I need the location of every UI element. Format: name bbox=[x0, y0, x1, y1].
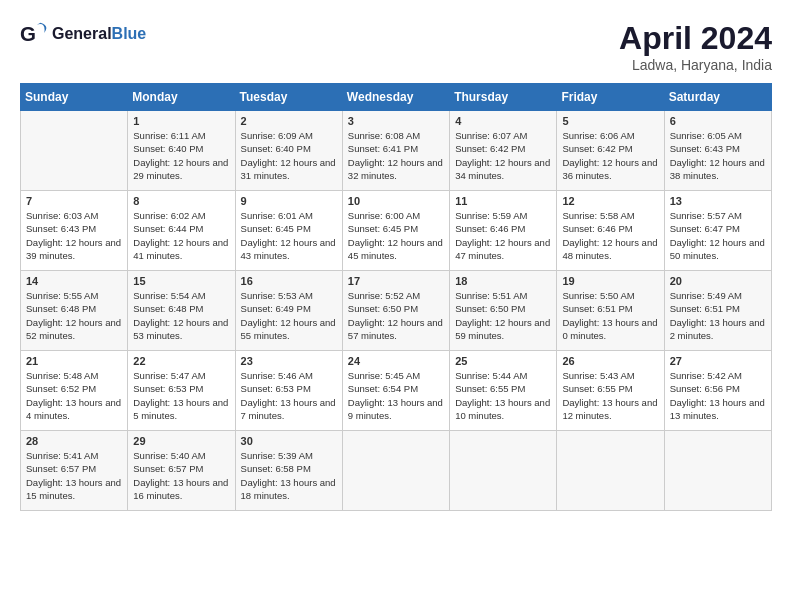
day-info: Sunrise: 5:48 AMSunset: 6:52 PMDaylight:… bbox=[26, 369, 122, 422]
calendar-table: SundayMondayTuesdayWednesdayThursdayFrid… bbox=[20, 83, 772, 511]
day-info: Sunrise: 5:49 AMSunset: 6:51 PMDaylight:… bbox=[670, 289, 766, 342]
calendar-cell bbox=[664, 431, 771, 511]
title-block: April 2024 Ladwa, Haryana, India bbox=[619, 20, 772, 73]
calendar-cell: 26Sunrise: 5:43 AMSunset: 6:55 PMDayligh… bbox=[557, 351, 664, 431]
calendar-cell: 10Sunrise: 6:00 AMSunset: 6:45 PMDayligh… bbox=[342, 191, 449, 271]
day-number: 25 bbox=[455, 355, 551, 367]
day-info: Sunrise: 6:03 AMSunset: 6:43 PMDaylight:… bbox=[26, 209, 122, 262]
header-monday: Monday bbox=[128, 84, 235, 111]
day-info: Sunrise: 5:51 AMSunset: 6:50 PMDaylight:… bbox=[455, 289, 551, 342]
day-number: 8 bbox=[133, 195, 229, 207]
day-number: 13 bbox=[670, 195, 766, 207]
calendar-cell: 8Sunrise: 6:02 AMSunset: 6:44 PMDaylight… bbox=[128, 191, 235, 271]
calendar-cell: 28Sunrise: 5:41 AMSunset: 6:57 PMDayligh… bbox=[21, 431, 128, 511]
header-tuesday: Tuesday bbox=[235, 84, 342, 111]
calendar-cell: 2Sunrise: 6:09 AMSunset: 6:40 PMDaylight… bbox=[235, 111, 342, 191]
day-info: Sunrise: 5:39 AMSunset: 6:58 PMDaylight:… bbox=[241, 449, 337, 502]
day-info: Sunrise: 5:54 AMSunset: 6:48 PMDaylight:… bbox=[133, 289, 229, 342]
day-info: Sunrise: 5:50 AMSunset: 6:51 PMDaylight:… bbox=[562, 289, 658, 342]
day-number: 21 bbox=[26, 355, 122, 367]
day-number: 27 bbox=[670, 355, 766, 367]
day-number: 9 bbox=[241, 195, 337, 207]
header-thursday: Thursday bbox=[450, 84, 557, 111]
day-number: 15 bbox=[133, 275, 229, 287]
day-number: 29 bbox=[133, 435, 229, 447]
day-number: 16 bbox=[241, 275, 337, 287]
logo-blue: Blue bbox=[112, 25, 147, 42]
calendar-cell: 6Sunrise: 6:05 AMSunset: 6:43 PMDaylight… bbox=[664, 111, 771, 191]
day-info: Sunrise: 5:43 AMSunset: 6:55 PMDaylight:… bbox=[562, 369, 658, 422]
day-number: 26 bbox=[562, 355, 658, 367]
day-number: 12 bbox=[562, 195, 658, 207]
day-info: Sunrise: 5:58 AMSunset: 6:46 PMDaylight:… bbox=[562, 209, 658, 262]
calendar-cell: 24Sunrise: 5:45 AMSunset: 6:54 PMDayligh… bbox=[342, 351, 449, 431]
day-number: 30 bbox=[241, 435, 337, 447]
day-info: Sunrise: 5:53 AMSunset: 6:49 PMDaylight:… bbox=[241, 289, 337, 342]
calendar-cell: 20Sunrise: 5:49 AMSunset: 6:51 PMDayligh… bbox=[664, 271, 771, 351]
logo-icon: G bbox=[20, 20, 48, 48]
day-info: Sunrise: 6:09 AMSunset: 6:40 PMDaylight:… bbox=[241, 129, 337, 182]
day-info: Sunrise: 5:52 AMSunset: 6:50 PMDaylight:… bbox=[348, 289, 444, 342]
day-number: 20 bbox=[670, 275, 766, 287]
calendar-cell: 25Sunrise: 5:44 AMSunset: 6:55 PMDayligh… bbox=[450, 351, 557, 431]
day-number: 11 bbox=[455, 195, 551, 207]
calendar-cell bbox=[21, 111, 128, 191]
day-number: 28 bbox=[26, 435, 122, 447]
day-number: 1 bbox=[133, 115, 229, 127]
day-info: Sunrise: 5:46 AMSunset: 6:53 PMDaylight:… bbox=[241, 369, 337, 422]
day-info: Sunrise: 5:59 AMSunset: 6:46 PMDaylight:… bbox=[455, 209, 551, 262]
calendar-cell: 17Sunrise: 5:52 AMSunset: 6:50 PMDayligh… bbox=[342, 271, 449, 351]
calendar-cell: 1Sunrise: 6:11 AMSunset: 6:40 PMDaylight… bbox=[128, 111, 235, 191]
header-wednesday: Wednesday bbox=[342, 84, 449, 111]
day-info: Sunrise: 6:01 AMSunset: 6:45 PMDaylight:… bbox=[241, 209, 337, 262]
location-subtitle: Ladwa, Haryana, India bbox=[619, 57, 772, 73]
day-info: Sunrise: 5:55 AMSunset: 6:48 PMDaylight:… bbox=[26, 289, 122, 342]
day-info: Sunrise: 5:44 AMSunset: 6:55 PMDaylight:… bbox=[455, 369, 551, 422]
calendar-cell: 21Sunrise: 5:48 AMSunset: 6:52 PMDayligh… bbox=[21, 351, 128, 431]
calendar-week-5: 28Sunrise: 5:41 AMSunset: 6:57 PMDayligh… bbox=[21, 431, 772, 511]
calendar-cell: 14Sunrise: 5:55 AMSunset: 6:48 PMDayligh… bbox=[21, 271, 128, 351]
day-number: 2 bbox=[241, 115, 337, 127]
calendar-week-4: 21Sunrise: 5:48 AMSunset: 6:52 PMDayligh… bbox=[21, 351, 772, 431]
day-number: 6 bbox=[670, 115, 766, 127]
calendar-cell: 3Sunrise: 6:08 AMSunset: 6:41 PMDaylight… bbox=[342, 111, 449, 191]
day-info: Sunrise: 6:06 AMSunset: 6:42 PMDaylight:… bbox=[562, 129, 658, 182]
logo-general: General bbox=[52, 25, 112, 42]
day-number: 3 bbox=[348, 115, 444, 127]
calendar-header-row: SundayMondayTuesdayWednesdayThursdayFrid… bbox=[21, 84, 772, 111]
day-info: Sunrise: 6:07 AMSunset: 6:42 PMDaylight:… bbox=[455, 129, 551, 182]
day-info: Sunrise: 5:47 AMSunset: 6:53 PMDaylight:… bbox=[133, 369, 229, 422]
calendar-cell: 30Sunrise: 5:39 AMSunset: 6:58 PMDayligh… bbox=[235, 431, 342, 511]
calendar-cell: 27Sunrise: 5:42 AMSunset: 6:56 PMDayligh… bbox=[664, 351, 771, 431]
day-info: Sunrise: 5:45 AMSunset: 6:54 PMDaylight:… bbox=[348, 369, 444, 422]
svg-text:G: G bbox=[20, 22, 36, 45]
page-header: G GeneralBlue April 2024 Ladwa, Haryana,… bbox=[20, 20, 772, 73]
day-info: Sunrise: 5:41 AMSunset: 6:57 PMDaylight:… bbox=[26, 449, 122, 502]
calendar-week-3: 14Sunrise: 5:55 AMSunset: 6:48 PMDayligh… bbox=[21, 271, 772, 351]
logo: G GeneralBlue bbox=[20, 20, 146, 48]
day-info: Sunrise: 6:00 AMSunset: 6:45 PMDaylight:… bbox=[348, 209, 444, 262]
calendar-cell: 5Sunrise: 6:06 AMSunset: 6:42 PMDaylight… bbox=[557, 111, 664, 191]
calendar-cell: 18Sunrise: 5:51 AMSunset: 6:50 PMDayligh… bbox=[450, 271, 557, 351]
day-info: Sunrise: 5:57 AMSunset: 6:47 PMDaylight:… bbox=[670, 209, 766, 262]
calendar-cell bbox=[342, 431, 449, 511]
day-number: 19 bbox=[562, 275, 658, 287]
header-friday: Friday bbox=[557, 84, 664, 111]
calendar-week-1: 1Sunrise: 6:11 AMSunset: 6:40 PMDaylight… bbox=[21, 111, 772, 191]
calendar-cell: 29Sunrise: 5:40 AMSunset: 6:57 PMDayligh… bbox=[128, 431, 235, 511]
calendar-cell: 15Sunrise: 5:54 AMSunset: 6:48 PMDayligh… bbox=[128, 271, 235, 351]
calendar-cell bbox=[557, 431, 664, 511]
day-number: 14 bbox=[26, 275, 122, 287]
day-info: Sunrise: 6:05 AMSunset: 6:43 PMDaylight:… bbox=[670, 129, 766, 182]
calendar-cell: 4Sunrise: 6:07 AMSunset: 6:42 PMDaylight… bbox=[450, 111, 557, 191]
day-number: 17 bbox=[348, 275, 444, 287]
day-info: Sunrise: 6:08 AMSunset: 6:41 PMDaylight:… bbox=[348, 129, 444, 182]
calendar-week-2: 7Sunrise: 6:03 AMSunset: 6:43 PMDaylight… bbox=[21, 191, 772, 271]
calendar-cell bbox=[450, 431, 557, 511]
day-info: Sunrise: 6:02 AMSunset: 6:44 PMDaylight:… bbox=[133, 209, 229, 262]
header-sunday: Sunday bbox=[21, 84, 128, 111]
day-number: 24 bbox=[348, 355, 444, 367]
day-number: 4 bbox=[455, 115, 551, 127]
calendar-cell: 23Sunrise: 5:46 AMSunset: 6:53 PMDayligh… bbox=[235, 351, 342, 431]
day-number: 10 bbox=[348, 195, 444, 207]
